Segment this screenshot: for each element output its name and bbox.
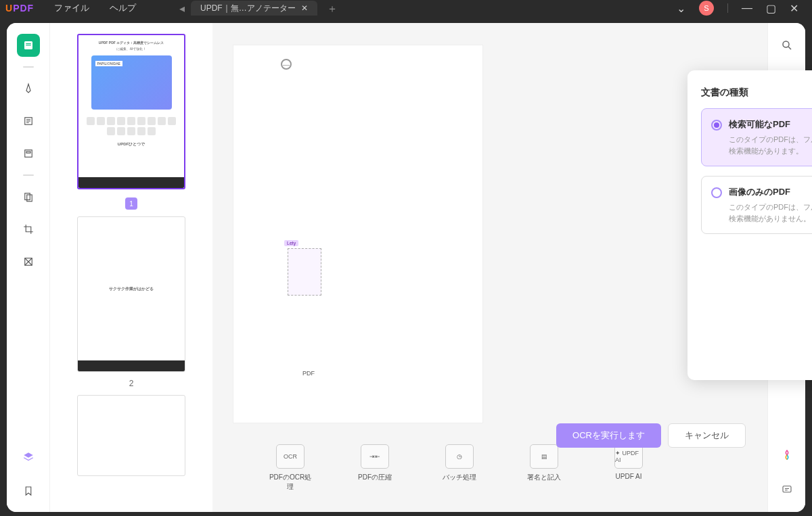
tab-add-icon[interactable]: ＋ <box>327 2 339 14</box>
ocr-panel: 文書の種類 検索可能なPDF このタイプのPDFは、フルテキスト検索機能がありま… <box>687 70 812 380</box>
qa-ocr[interactable]: OCRPDFのOCR処理 <box>267 444 314 492</box>
qa-ai[interactable]: ✦ UPDF AIUPDF AI <box>605 444 652 492</box>
svg-rect-4 <box>24 150 32 158</box>
radio-image-only[interactable] <box>711 187 722 198</box>
tabs-row: ◂ UPDF｜無…アノテーター ✕ ＋ <box>176 0 339 16</box>
quick-actions: OCRPDFのOCR処理 ⇥⇤PDFの圧縮 ◷バッチ処理 ▤署名と記入 ✦ UP… <box>267 444 652 492</box>
separator <box>23 66 34 68</box>
batch-icon: ◷ <box>445 444 474 469</box>
comment-icon[interactable] <box>777 479 797 500</box>
compress-icon: ⇥⇤ <box>361 444 389 469</box>
avatar[interactable]: S <box>699 1 714 16</box>
thumb-sub: に編集、AIで強化！ <box>116 47 147 51</box>
window-controls: ⌄ S — ▢ ✕ <box>677 0 812 16</box>
left-toolbar <box>7 23 50 512</box>
search-icon[interactable] <box>777 35 797 55</box>
preview-pdf-label: PDF <box>302 370 315 377</box>
doc-type-image-only[interactable]: 画像のみのPDF このタイプのPDFは、フルテキスト検索機能がありません。 <box>701 176 812 234</box>
tab-title: UPDF｜無…アノテーター <box>200 3 296 14</box>
doc-type-title: 文書の種類 <box>701 87 812 99</box>
ai-icon: ✦ UPDF AI <box>614 444 643 469</box>
ocr-icon: OCR <box>276 444 304 469</box>
menubar: ファイル ヘルプ <box>54 2 136 14</box>
thumb-center: サクサク作業がはかどる <box>109 286 154 292</box>
doc-type-label: 画像のみのPDF <box>729 186 812 198</box>
doc-type-desc: このタイプのPDFは、フルテキスト検索機能がありません。 <box>729 202 812 224</box>
chevron-down-icon[interactable]: ⌄ <box>677 2 685 15</box>
tab-close-icon[interactable]: ✕ <box>301 3 308 13</box>
run-ocr-button[interactable]: OCRを実行します <box>556 423 661 448</box>
app-logo: UPDF <box>5 3 34 14</box>
thumbnail-page-1[interactable]: UPDF PDF エディタ：高精度でシームレス に編集、AIで強化！ UPDFひ… <box>77 34 185 189</box>
annotate-pen-icon[interactable] <box>17 77 40 100</box>
thumb-foot-text: UPDFひとつで <box>118 141 145 147</box>
doc-type-label: 検索可能なPDF <box>729 118 812 131</box>
updf-ai-icon[interactable] <box>777 444 797 465</box>
svg-rect-5 <box>26 151 30 153</box>
thumbnail-page-2[interactable]: サクサク作業がはかどる <box>77 216 185 372</box>
collapse-icon[interactable]: — <box>281 59 292 70</box>
svg-rect-6 <box>24 193 30 200</box>
thumb-title: UPDF PDF エディタ：高精度でシームレス <box>99 41 164 45</box>
svg-rect-18 <box>783 486 791 492</box>
radio-searchable[interactable] <box>711 120 722 131</box>
close-icon[interactable]: ✕ <box>790 2 798 15</box>
organize-pages-icon[interactable] <box>17 185 40 208</box>
qa-batch[interactable]: ◷バッチ処理 <box>436 444 483 492</box>
minimize-icon[interactable]: — <box>742 2 752 14</box>
page-number-2: 2 <box>129 379 134 388</box>
doc-type-desc: このタイプのPDFは、フルテキスト検索機能があります。 <box>729 134 812 156</box>
separator <box>23 174 34 176</box>
svg-rect-7 <box>26 195 32 202</box>
menu-file[interactable]: ファイル <box>54 2 89 14</box>
tab-prev-icon[interactable]: ◂ <box>176 2 188 14</box>
thumbnail-page-3[interactable] <box>77 395 185 476</box>
qa-compress[interactable]: ⇥⇤PDFの圧縮 <box>351 444 399 492</box>
crop-icon[interactable] <box>17 218 40 241</box>
divider <box>727 3 728 13</box>
qa-sign[interactable]: ▤署名と記入 <box>520 444 568 492</box>
reader-mode-icon[interactable] <box>17 34 40 57</box>
edit-text-icon[interactable] <box>17 110 40 133</box>
thumbnail-panel: UPDF PDF エディタ：高精度でシームレス に編集、AIで強化！ UPDFひ… <box>50 23 212 512</box>
redact-icon[interactable] <box>17 250 40 273</box>
cancel-button[interactable]: キャンセル <box>668 423 746 448</box>
svg-point-9 <box>783 41 789 47</box>
doc-type-searchable[interactable]: 検索可能なPDF このタイプのPDFは、フルテキスト検索機能があります。 <box>701 108 812 166</box>
bottom-left-icons <box>7 446 50 502</box>
svg-rect-2 <box>26 45 31 45</box>
svg-rect-1 <box>26 43 31 44</box>
sign-icon: ▤ <box>530 444 558 469</box>
page-badge-1: 1 <box>125 197 137 210</box>
maximize-icon[interactable]: ▢ <box>766 2 776 15</box>
layers-icon[interactable] <box>17 446 40 469</box>
form-icon[interactable] <box>17 142 40 165</box>
ocr-left-column: 文書の種類 検索可能なPDF このタイプのPDFは、フルテキスト検索機能がありま… <box>687 70 812 380</box>
menu-help[interactable]: ヘルプ <box>110 2 136 14</box>
selected-object[interactable] <box>288 248 321 296</box>
object-label: Lety <box>284 240 298 246</box>
bookmark-icon[interactable] <box>17 479 40 502</box>
ocr-actions: OCRを実行します キャンセル <box>556 423 746 448</box>
tab-current[interactable]: UPDF｜無…アノテーター ✕ <box>191 1 317 16</box>
